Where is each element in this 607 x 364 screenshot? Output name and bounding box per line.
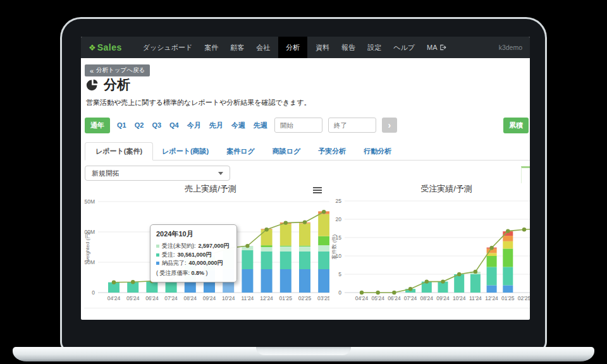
x-axis-tick: 03'25 (317, 295, 329, 301)
bar-segment[interactable] (318, 252, 329, 269)
bar-segment[interactable] (280, 246, 291, 252)
data-point[interactable] (474, 270, 477, 274)
nav-item-dashboard[interactable]: ダッシュボード (143, 43, 193, 52)
page-description: 営業活動や売上に関する標準的なレポートや分析結果を確認できます。 (86, 98, 311, 107)
nav-item-analysis[interactable]: 分析 (278, 37, 307, 58)
tab-negotiation-log[interactable]: 商談ログ (264, 143, 310, 160)
filter-last-month[interactable]: 先月 (209, 121, 223, 130)
data-point[interactable] (425, 279, 429, 283)
account-name[interactable]: k3demo (499, 44, 522, 51)
y-axis-tick: 0 (338, 289, 341, 296)
data-point[interactable] (112, 281, 116, 284)
period-filter-row: 通年 Q1 Q2 Q3 Q4 今月 先月 今週 先週 › 累積 (85, 118, 529, 133)
tab-report-negotiations[interactable]: レポート(商談) (153, 143, 218, 160)
bar-segment[interactable] (454, 274, 464, 293)
nav-item-reports[interactable]: 報告 (341, 43, 355, 52)
apply-period-button[interactable]: › (382, 118, 397, 133)
x-axis-tick: 08'24 (420, 295, 434, 301)
data-point[interactable] (360, 291, 364, 294)
bar-segment[interactable] (299, 269, 310, 293)
bar-segment[interactable] (261, 245, 273, 247)
nav-item-deals[interactable]: 案件 (204, 43, 218, 52)
tab-plan-vs-actual[interactable]: 予実分析 (309, 143, 355, 160)
bar-segment[interactable] (503, 267, 513, 285)
tab-report-deals[interactable]: レポート(案件) (85, 142, 153, 161)
end-date-input[interactable] (328, 118, 376, 133)
nav-item-settings[interactable]: 設定 (367, 43, 381, 52)
bar-segment[interactable] (299, 246, 310, 252)
bar-segment[interactable] (280, 269, 291, 293)
data-point[interactable] (506, 229, 510, 233)
bar-segment[interactable] (299, 224, 310, 246)
data-point[interactable] (457, 272, 461, 276)
data-point[interactable] (131, 280, 135, 284)
bar-segment[interactable] (470, 274, 481, 293)
bar-segment[interactable] (487, 285, 497, 293)
filter-this-week[interactable]: 今週 (231, 121, 245, 130)
external-link-icon (439, 44, 446, 51)
nav-item-companies[interactable]: 会社 (256, 43, 270, 52)
bar-segment[interactable] (242, 250, 253, 269)
chart-menu-icon[interactable] (313, 187, 322, 193)
data-point[interactable] (489, 246, 493, 250)
tab-activity-analysis[interactable]: 行動分析 (355, 143, 400, 160)
laptop-base-notch (256, 347, 351, 355)
bar-segment[interactable] (185, 281, 196, 293)
bar-segment[interactable] (261, 252, 273, 269)
back-to-analysis-top-button[interactable]: « 分析トップへ戻る (85, 64, 150, 76)
bar-segment[interactable] (503, 241, 513, 249)
bar-segment[interactable] (318, 269, 329, 293)
bar-segment[interactable] (318, 214, 329, 236)
x-axis-tick: 07'24 (404, 295, 417, 301)
bar-segment[interactable] (503, 236, 513, 241)
nav-item-documents[interactable]: 資料 (316, 43, 329, 52)
bar-segment[interactable] (299, 246, 310, 246)
tooltip-label: 受注(未契約): (162, 242, 196, 251)
data-point[interactable] (245, 244, 249, 248)
nav-item-ma[interactable]: MA (427, 44, 446, 51)
bar-segment[interactable] (503, 285, 513, 293)
bar-segment[interactable] (280, 224, 291, 246)
bar-segment[interactable] (299, 252, 310, 269)
cumulative-button[interactable]: 累積 (503, 118, 529, 133)
report-type-select[interactable]: 新規開拓 (85, 166, 230, 181)
data-point[interactable] (408, 287, 412, 291)
tab-deal-log[interactable]: 案件ログ (218, 143, 264, 160)
app-logo[interactable]: ❖ Sales (89, 42, 122, 52)
bar-segment[interactable] (487, 267, 497, 285)
filter-this-month[interactable]: 今月 (187, 121, 201, 130)
data-point[interactable] (392, 291, 396, 294)
x-axis-tick: 09'24 (203, 295, 216, 301)
filter-last-week[interactable]: 先週 (254, 121, 267, 130)
filter-q3[interactable]: Q3 (152, 121, 161, 129)
data-point[interactable] (264, 228, 268, 231)
tooltip-row: 受注(未契約): 2,597,000円 (156, 242, 231, 251)
bar-segment[interactable] (487, 256, 497, 267)
bar-segment[interactable] (318, 245, 329, 252)
filter-q1[interactable]: Q1 (117, 121, 126, 129)
nav-item-help[interactable]: ヘルプ (393, 43, 415, 52)
filter-q4[interactable]: Q4 (169, 121, 179, 129)
bar-segment[interactable] (261, 247, 273, 252)
data-point[interactable] (284, 221, 288, 224)
y-axis-title: 案件数 (件) (331, 234, 337, 259)
x-axis-tick: 05'24 (371, 295, 384, 301)
bar-segment[interactable] (280, 252, 291, 269)
start-date-input[interactable] (274, 118, 322, 133)
bar-segment[interactable] (318, 236, 329, 245)
filter-q2[interactable]: Q2 (135, 121, 144, 129)
full-year-button[interactable]: 通年 (85, 118, 110, 133)
bar-segment[interactable] (503, 248, 513, 267)
data-point[interactable] (376, 291, 380, 294)
data-point[interactable] (303, 220, 307, 224)
bar-segment[interactable] (261, 269, 273, 293)
nav-item-customers[interactable]: 顧客 (230, 43, 244, 52)
bar-segment[interactable] (261, 229, 273, 245)
y-axis-tick: 0 (92, 289, 95, 296)
data-point[interactable] (322, 210, 326, 214)
tooltip-row: 納品完了: 40,000,000円 (156, 259, 231, 268)
data-point[interactable] (441, 279, 445, 283)
bar-segment[interactable] (242, 269, 253, 293)
bar-segment[interactable] (280, 246, 291, 246)
data-point[interactable] (522, 228, 526, 231)
